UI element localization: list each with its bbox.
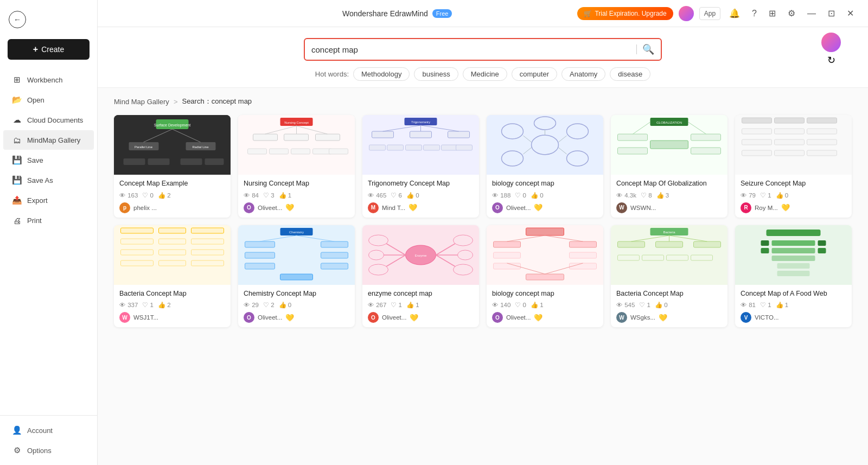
- close-button[interactable]: ✕: [844, 6, 857, 21]
- like-count: ♡ 1: [142, 301, 154, 309]
- breadcrumb-gallery[interactable]: Mind Map Gallery: [114, 98, 169, 106]
- svg-text:GLOBALIZATION: GLOBALIZATION: [656, 121, 682, 124]
- sidebar-item-workbench[interactable]: ⊞ Workbench: [3, 70, 94, 90]
- sidebar-item-label: Export: [27, 196, 48, 205]
- card-info: Bacteria Concept Map 👁 337 ♡ 1 👍 2 W WSJ…: [114, 285, 231, 328]
- like-count: ♡ 1: [391, 301, 402, 309]
- create-label: Create: [41, 45, 64, 54]
- sidebar-item-mindmap-gallery[interactable]: 🗂 MindMap Gallery: [3, 130, 94, 150]
- view-count: 👁 29: [244, 302, 259, 308]
- svg-line-45: [524, 136, 532, 142]
- app-label[interactable]: App: [699, 7, 720, 20]
- profile-avatar[interactable]: [821, 33, 841, 52]
- sidebar-item-open[interactable]: 📂 Open: [3, 90, 94, 110]
- svg-rect-108: [526, 228, 564, 235]
- card-item[interactable]: Concept Map of A Food Web 👁 81 ♡ 1 👍 1 V…: [735, 225, 852, 328]
- refresh-button[interactable]: ↻: [827, 54, 835, 66]
- trial-label: Trial Expiration. Upgrade: [595, 10, 666, 17]
- author-name: WSJ1T...: [133, 314, 158, 321]
- card-author: R Roy M... 💛: [741, 202, 846, 213]
- export-icon: 📤: [12, 195, 22, 205]
- card-info: enzyme concept map 👁 267 ♡ 1 👍 1 O Olive…: [362, 285, 479, 328]
- user-avatar[interactable]: [679, 6, 694, 21]
- author-avatar: p: [119, 202, 130, 213]
- svg-point-39: [532, 135, 559, 155]
- card-item[interactable]: biology concept map 👁 188 ♡ 0 👍 0 O Oliv…: [487, 115, 603, 218]
- svg-rect-87: [245, 252, 275, 258]
- svg-rect-115: [526, 274, 564, 280]
- card-item[interactable]: Nursing Concept Nursing Concept Map 👁 84…: [238, 115, 355, 218]
- grid-button[interactable]: ⊞: [765, 6, 779, 21]
- search-area: 🔍 ↻ Hot words: Methodology business Medi…: [98, 27, 868, 88]
- svg-rect-16: [316, 134, 340, 141]
- card-stats: 👁 545 ♡ 1 👍 0: [616, 301, 722, 309]
- card-stats: 👁 4.3k ♡ 8 👍 3: [616, 192, 722, 199]
- share-count: 👍 1: [279, 192, 292, 199]
- card-item[interactable]: Bacteria Concept Map 👁 337 ♡ 1 👍 2 W WSJ…: [114, 225, 231, 328]
- settings-button[interactable]: ⚙: [784, 6, 799, 21]
- card-thumbnail: Chemistry: [238, 225, 355, 285]
- sidebar-item-save[interactable]: 💾 Save: [3, 150, 94, 170]
- card-item[interactable]: Chemistry Chemistry Concept Map 👁 29 ♡ 2…: [238, 225, 355, 328]
- hot-tag-computer[interactable]: computer: [512, 67, 557, 81]
- svg-point-106: [458, 250, 473, 260]
- svg-rect-24: [329, 149, 348, 154]
- card-info: Chemistry Concept Map 👁 29 ♡ 2 👍 0 O Oli…: [238, 285, 355, 328]
- view-count: 👁 84: [244, 192, 259, 199]
- back-button[interactable]: ←: [0, 5, 97, 34]
- sidebar-item-cloud[interactable]: ☁ Cloud Documents: [3, 110, 94, 130]
- hot-tag-methodology[interactable]: Methodology: [353, 67, 410, 81]
- help-button[interactable]: ?: [749, 7, 760, 21]
- hot-tag-business[interactable]: business: [414, 67, 458, 81]
- svg-rect-86: [321, 241, 348, 247]
- card-title: Concept Map Example: [119, 179, 225, 189]
- svg-rect-59: [742, 118, 772, 123]
- hot-tag-medicine[interactable]: Medicine: [463, 67, 507, 81]
- card-item[interactable]: Enzyme enzyme concept map 👁 267 ♡ 1 👍 1 …: [362, 225, 479, 328]
- share-count: 👍 0: [279, 301, 292, 309]
- topbar-center: Wondershare EdrawMind Free: [342, 9, 452, 18]
- open-icon: 📂: [12, 95, 22, 105]
- card-item[interactable]: Bacteria Bacteria Concept Map 👁 545 ♡ 1 …: [611, 225, 727, 328]
- card-item[interactable]: biology concept map 👁 140 ♡ 0 👍 1 O Oliv…: [487, 225, 603, 328]
- svg-rect-140: [818, 240, 826, 246]
- svg-line-93: [297, 235, 335, 241]
- minimize-button[interactable]: —: [804, 7, 819, 21]
- svg-line-116: [507, 235, 545, 241]
- search-button[interactable]: 🔍: [642, 43, 654, 55]
- hot-tag-disease[interactable]: disease: [610, 67, 650, 81]
- search-input[interactable]: [311, 45, 631, 54]
- card-item[interactable]: GLOBALIZATION Concept Map Of Globalizati…: [611, 115, 727, 218]
- card-item[interactable]: Seizure Concept Map 👁 79 ♡ 1 👍 0 R Roy M…: [735, 115, 852, 218]
- sidebar-item-label: Cloud Documents: [27, 116, 83, 124]
- trial-upgrade-button[interactable]: 🛒 Trial Expiration. Upgrade: [577, 7, 673, 20]
- maximize-button[interactable]: ⊡: [825, 6, 838, 21]
- svg-line-30: [383, 125, 421, 131]
- svg-rect-29: [448, 131, 470, 138]
- card-title: Concept Map Of Globalization: [616, 179, 722, 189]
- sidebar-item-options[interactable]: ⚙ Options: [3, 441, 94, 460]
- svg-rect-52: [618, 134, 648, 141]
- svg-point-107: [454, 264, 473, 275]
- bell-button[interactable]: 🔔: [726, 6, 743, 21]
- svg-rect-75: [159, 239, 186, 244]
- svg-rect-62: [742, 129, 772, 134]
- svg-rect-91: [280, 274, 313, 280]
- svg-rect-74: [121, 239, 154, 244]
- svg-rect-38: [456, 145, 473, 150]
- author-avatar: M: [368, 202, 379, 213]
- card-item[interactable]: Trigonometry Trigonometry Concept Map 👁 …: [362, 115, 479, 218]
- view-count: 👁 337: [119, 302, 138, 308]
- like-count: ♡ 6: [391, 192, 402, 199]
- app-brand: Wondershare EdrawMind: [342, 9, 428, 18]
- sidebar-item-export[interactable]: 📤 Export: [3, 190, 94, 210]
- sidebar-item-account[interactable]: 👤 Account: [3, 421, 94, 440]
- sidebar-item-save-as[interactable]: 💾 Save As: [3, 170, 94, 190]
- author-avatar: O: [244, 202, 254, 213]
- svg-rect-110: [570, 241, 597, 247]
- sidebar-item-print[interactable]: 🖨 Print: [3, 211, 94, 230]
- create-button[interactable]: + Create: [8, 39, 90, 60]
- hot-tag-anatomy[interactable]: Anatomy: [561, 67, 605, 81]
- card-item[interactable]: Surface Development Parallel Line Radial…: [114, 115, 231, 218]
- svg-rect-138: [761, 240, 769, 246]
